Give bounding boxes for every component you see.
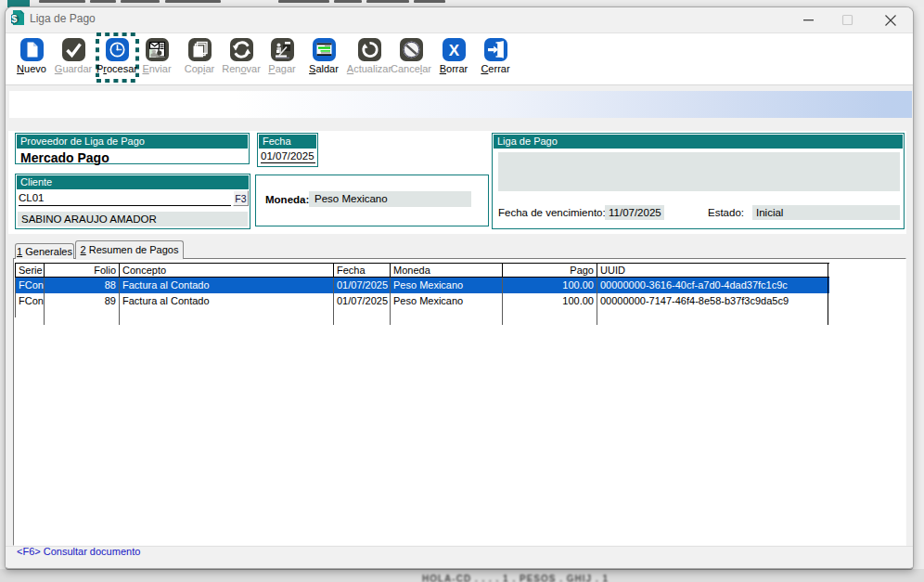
svg-text:X: X (448, 42, 459, 59)
svg-text:$: $ (11, 13, 17, 24)
